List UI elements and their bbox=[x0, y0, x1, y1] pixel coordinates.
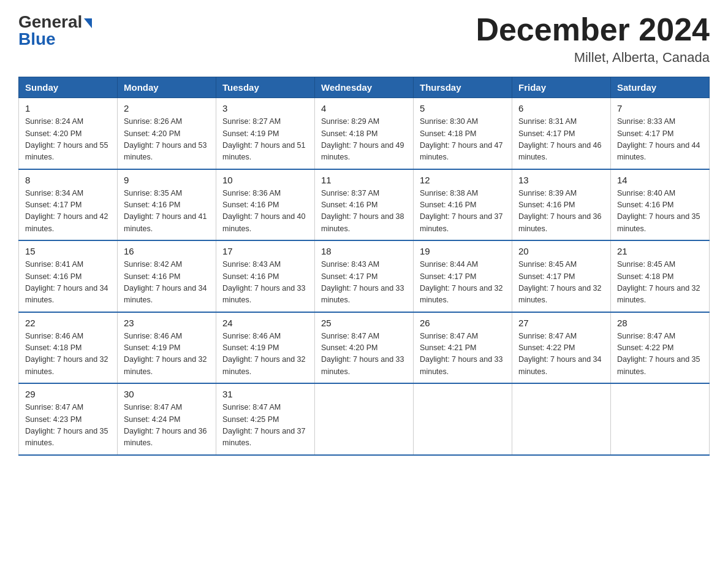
weekday-header: Wednesday bbox=[315, 77, 414, 98]
day-info: Sunrise: 8:35 AMSunset: 4:16 PMDaylight:… bbox=[124, 188, 210, 236]
day-number: 15 bbox=[25, 246, 111, 256]
day-number: 1 bbox=[25, 103, 111, 113]
weekday-header: Tuesday bbox=[216, 77, 315, 98]
day-info: Sunrise: 8:30 AMSunset: 4:18 PMDaylight:… bbox=[420, 116, 506, 164]
calendar-cell: 21 Sunrise: 8:45 AMSunset: 4:18 PMDaylig… bbox=[611, 240, 710, 312]
calendar-cell: 17 Sunrise: 8:43 AMSunset: 4:16 PMDaylig… bbox=[216, 240, 315, 312]
day-info: Sunrise: 8:47 AMSunset: 4:23 PMDaylight:… bbox=[25, 402, 111, 450]
calendar-cell: 4 Sunrise: 8:29 AMSunset: 4:18 PMDayligh… bbox=[315, 98, 414, 169]
calendar-cell bbox=[315, 383, 414, 455]
calendar-cell bbox=[512, 383, 611, 455]
day-number: 3 bbox=[222, 103, 308, 113]
calendar-cell bbox=[611, 383, 710, 455]
calendar-title: December 2024 bbox=[476, 12, 710, 47]
day-info: Sunrise: 8:43 AMSunset: 4:16 PMDaylight:… bbox=[222, 259, 308, 307]
day-number: 17 bbox=[222, 246, 308, 256]
calendar-cell: 6 Sunrise: 8:31 AMSunset: 4:17 PMDayligh… bbox=[512, 98, 611, 169]
day-info: Sunrise: 8:47 AMSunset: 4:25 PMDaylight:… bbox=[222, 402, 308, 450]
header: General Blue December 2024 Millet, Alber… bbox=[18, 12, 710, 66]
calendar-week-row: 15 Sunrise: 8:41 AMSunset: 4:16 PMDaylig… bbox=[19, 240, 710, 312]
day-info: Sunrise: 8:40 AMSunset: 4:16 PMDaylight:… bbox=[617, 188, 703, 236]
calendar-cell bbox=[414, 383, 512, 455]
day-number: 18 bbox=[321, 246, 407, 256]
calendar-week-row: 1 Sunrise: 8:24 AMSunset: 4:20 PMDayligh… bbox=[19, 98, 710, 169]
logo-arrow-icon bbox=[84, 18, 92, 28]
day-info: Sunrise: 8:43 AMSunset: 4:17 PMDaylight:… bbox=[321, 259, 407, 307]
calendar-cell: 19 Sunrise: 8:44 AMSunset: 4:17 PMDaylig… bbox=[414, 240, 512, 312]
calendar-cell: 3 Sunrise: 8:27 AMSunset: 4:19 PMDayligh… bbox=[216, 98, 315, 169]
calendar-cell: 20 Sunrise: 8:45 AMSunset: 4:17 PMDaylig… bbox=[512, 240, 611, 312]
calendar-cell: 12 Sunrise: 8:38 AMSunset: 4:16 PMDaylig… bbox=[414, 169, 512, 241]
day-info: Sunrise: 8:26 AMSunset: 4:20 PMDaylight:… bbox=[124, 116, 210, 164]
calendar-cell: 24 Sunrise: 8:46 AMSunset: 4:19 PMDaylig… bbox=[216, 312, 315, 384]
day-number: 11 bbox=[321, 175, 407, 185]
calendar-cell: 11 Sunrise: 8:37 AMSunset: 4:16 PMDaylig… bbox=[315, 169, 414, 241]
day-number: 21 bbox=[617, 246, 703, 256]
calendar-cell: 22 Sunrise: 8:46 AMSunset: 4:18 PMDaylig… bbox=[19, 312, 118, 384]
weekday-header: Friday bbox=[512, 77, 611, 98]
day-number: 27 bbox=[518, 318, 604, 328]
day-number: 14 bbox=[617, 175, 703, 185]
calendar-cell: 31 Sunrise: 8:47 AMSunset: 4:25 PMDaylig… bbox=[216, 383, 315, 455]
day-number: 23 bbox=[124, 318, 210, 328]
calendar-cell: 30 Sunrise: 8:47 AMSunset: 4:24 PMDaylig… bbox=[118, 383, 216, 455]
calendar-cell: 16 Sunrise: 8:42 AMSunset: 4:16 PMDaylig… bbox=[118, 240, 216, 312]
calendar-week-row: 29 Sunrise: 8:47 AMSunset: 4:23 PMDaylig… bbox=[19, 383, 710, 455]
calendar-table: SundayMondayTuesdayWednesdayThursdayFrid… bbox=[18, 77, 710, 456]
weekday-header-row: SundayMondayTuesdayWednesdayThursdayFrid… bbox=[19, 77, 710, 98]
calendar-cell: 7 Sunrise: 8:33 AMSunset: 4:17 PMDayligh… bbox=[611, 98, 710, 169]
day-info: Sunrise: 8:45 AMSunset: 4:18 PMDaylight:… bbox=[617, 259, 703, 307]
day-info: Sunrise: 8:37 AMSunset: 4:16 PMDaylight:… bbox=[321, 188, 407, 236]
day-number: 8 bbox=[25, 175, 111, 185]
day-number: 30 bbox=[124, 389, 210, 399]
calendar-cell: 9 Sunrise: 8:35 AMSunset: 4:16 PMDayligh… bbox=[118, 169, 216, 241]
day-info: Sunrise: 8:39 AMSunset: 4:16 PMDaylight:… bbox=[518, 188, 604, 236]
calendar-cell: 15 Sunrise: 8:41 AMSunset: 4:16 PMDaylig… bbox=[19, 240, 118, 312]
day-number: 19 bbox=[420, 246, 506, 256]
calendar-cell: 26 Sunrise: 8:47 AMSunset: 4:21 PMDaylig… bbox=[414, 312, 512, 384]
day-info: Sunrise: 8:36 AMSunset: 4:16 PMDaylight:… bbox=[222, 188, 308, 236]
calendar-cell: 23 Sunrise: 8:46 AMSunset: 4:19 PMDaylig… bbox=[118, 312, 216, 384]
day-info: Sunrise: 8:33 AMSunset: 4:17 PMDaylight:… bbox=[617, 116, 703, 164]
day-info: Sunrise: 8:46 AMSunset: 4:19 PMDaylight:… bbox=[124, 331, 210, 378]
day-number: 16 bbox=[124, 246, 210, 256]
logo-blue: Blue bbox=[18, 29, 92, 49]
calendar-cell: 1 Sunrise: 8:24 AMSunset: 4:20 PMDayligh… bbox=[19, 98, 118, 169]
day-info: Sunrise: 8:47 AMSunset: 4:22 PMDaylight:… bbox=[617, 331, 703, 378]
calendar-subtitle: Millet, Alberta, Canada bbox=[476, 50, 710, 66]
calendar-cell: 29 Sunrise: 8:47 AMSunset: 4:23 PMDaylig… bbox=[19, 383, 118, 455]
day-info: Sunrise: 8:44 AMSunset: 4:17 PMDaylight:… bbox=[420, 259, 506, 307]
day-number: 10 bbox=[222, 175, 308, 185]
day-info: Sunrise: 8:46 AMSunset: 4:19 PMDaylight:… bbox=[222, 331, 308, 378]
day-number: 24 bbox=[222, 318, 308, 328]
day-info: Sunrise: 8:34 AMSunset: 4:17 PMDaylight:… bbox=[25, 188, 111, 236]
day-info: Sunrise: 8:27 AMSunset: 4:19 PMDaylight:… bbox=[222, 116, 308, 164]
day-info: Sunrise: 8:24 AMSunset: 4:20 PMDaylight:… bbox=[25, 116, 111, 164]
day-number: 12 bbox=[420, 175, 506, 185]
weekday-header: Monday bbox=[118, 77, 216, 98]
calendar-cell: 28 Sunrise: 8:47 AMSunset: 4:22 PMDaylig… bbox=[611, 312, 710, 384]
day-number: 20 bbox=[518, 246, 604, 256]
day-info: Sunrise: 8:47 AMSunset: 4:20 PMDaylight:… bbox=[321, 331, 407, 378]
weekday-header: Saturday bbox=[611, 77, 710, 98]
day-info: Sunrise: 8:47 AMSunset: 4:21 PMDaylight:… bbox=[420, 331, 506, 378]
day-info: Sunrise: 8:29 AMSunset: 4:18 PMDaylight:… bbox=[321, 116, 407, 164]
day-info: Sunrise: 8:38 AMSunset: 4:16 PMDaylight:… bbox=[420, 188, 506, 236]
day-info: Sunrise: 8:47 AMSunset: 4:24 PMDaylight:… bbox=[124, 402, 210, 450]
day-info: Sunrise: 8:47 AMSunset: 4:22 PMDaylight:… bbox=[518, 331, 604, 378]
calendar-cell: 2 Sunrise: 8:26 AMSunset: 4:20 PMDayligh… bbox=[118, 98, 216, 169]
calendar-week-row: 8 Sunrise: 8:34 AMSunset: 4:17 PMDayligh… bbox=[19, 169, 710, 241]
day-number: 6 bbox=[518, 103, 604, 113]
day-number: 29 bbox=[25, 389, 111, 399]
weekday-header: Sunday bbox=[19, 77, 118, 98]
day-number: 28 bbox=[617, 318, 703, 328]
calendar-cell: 5 Sunrise: 8:30 AMSunset: 4:18 PMDayligh… bbox=[414, 98, 512, 169]
calendar-cell: 10 Sunrise: 8:36 AMSunset: 4:16 PMDaylig… bbox=[216, 169, 315, 241]
day-number: 9 bbox=[124, 175, 210, 185]
day-info: Sunrise: 8:42 AMSunset: 4:16 PMDaylight:… bbox=[124, 259, 210, 307]
day-number: 25 bbox=[321, 318, 407, 328]
day-number: 13 bbox=[518, 175, 604, 185]
weekday-header: Thursday bbox=[414, 77, 512, 98]
day-number: 22 bbox=[25, 318, 111, 328]
day-number: 5 bbox=[420, 103, 506, 113]
